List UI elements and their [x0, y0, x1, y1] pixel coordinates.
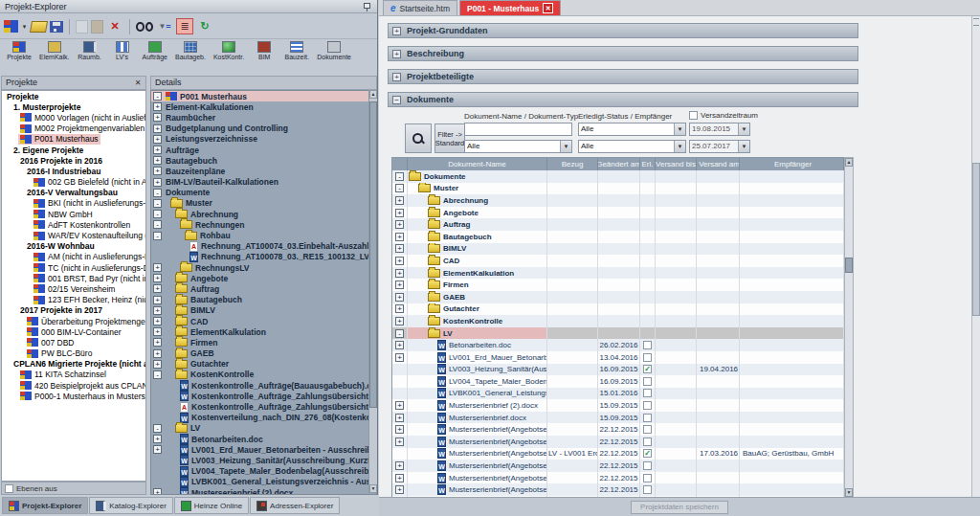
collapse-icon[interactable]: -: [153, 370, 162, 379]
unchecked-checkbox[interactable]: [643, 437, 652, 446]
expand-icon[interactable]: +: [153, 146, 162, 154]
unchecked-checkbox[interactable]: [643, 461, 652, 470]
unchecked-checkbox[interactable]: [643, 414, 652, 422]
unchecked-checkbox[interactable]: [643, 425, 652, 434]
explorer-tab-catalog[interactable]: Katalog-Explorer: [89, 497, 173, 514]
details-tree-item[interactable]: -Dokumente: [151, 188, 376, 198]
expand-icon[interactable]: +: [395, 353, 404, 362]
tree-item[interactable]: 123 EFH Becker, Heinz (nicht in Auslief: [2, 295, 145, 305]
module-button-lv[interactable]: LV's: [106, 40, 139, 60]
table-row[interactable]: +Auftrag: [392, 218, 844, 231]
expand-icon[interactable]: +: [395, 317, 404, 325]
filter-icon[interactable]: [156, 18, 173, 34]
date-to-picker[interactable]: 25.07.2017 ▼: [689, 140, 750, 153]
expand-icon[interactable]: +: [153, 178, 162, 187]
details-tree-item[interactable]: +CAD: [151, 316, 376, 326]
expand-icon[interactable]: +: [153, 488, 162, 495]
expand-icon[interactable]: +: [395, 414, 404, 422]
module-button-room-book[interactable]: Raumb.: [74, 40, 106, 60]
details-tree-item[interactable]: Kostenverteilung_nach_DIN_276_08(Kostenk…: [151, 413, 376, 423]
expand-icon[interactable]: +: [153, 338, 162, 347]
details-tree-item[interactable]: -Muster: [151, 198, 376, 209]
expand-icon[interactable]: +: [153, 167, 162, 175]
expand-icon[interactable]: +: [153, 274, 162, 282]
table-row[interactable]: +LV001_Erd_Mauer_Betonarbeiten13.04.2016: [392, 351, 844, 364]
details-tree-item[interactable]: +Leistungsverzeichnisse: [151, 134, 376, 145]
page-scroll-thumb[interactable]: [972, 163, 980, 316]
save-icon[interactable]: [50, 21, 63, 33]
expand-icon[interactable]: +: [395, 485, 404, 494]
tree-item[interactable]: M000 Vorlagen (nicht in Auslieferungs-DB…: [2, 112, 145, 123]
expand-icon[interactable]: +: [395, 269, 404, 278]
table-row[interactable]: +GAEB: [392, 291, 844, 303]
column-header[interactable]: Versand am: [697, 158, 740, 170]
expand-icon[interactable]: +: [395, 244, 404, 253]
tree-item[interactable]: 2016-W Wohnbau: [2, 241, 145, 252]
details-tree-item[interactable]: +Angebote: [151, 273, 376, 283]
tree-item[interactable]: NBW GmbH: [2, 209, 145, 219]
levels-checkbox[interactable]: [5, 484, 13, 493]
collapse-icon[interactable]: -: [395, 329, 404, 338]
collapse-icon[interactable]: -: [153, 210, 162, 218]
unchecked-checkbox[interactable]: [643, 341, 652, 349]
explorer-tab-projects[interactable]: Projekt-Explorer: [2, 497, 88, 514]
checked-checkbox[interactable]: ✓: [643, 365, 652, 373]
tree-item[interactable]: CPLAN6 Migrierte Projekte (nicht auf Aus…: [2, 359, 145, 370]
module-button-site-diary[interactable]: Bautageb.: [171, 40, 210, 60]
expand-icon[interactable]: +: [153, 284, 162, 293]
details-tree-item[interactable]: -LV: [151, 423, 376, 434]
explorer-tab-heinze[interactable]: Heinze Online: [174, 497, 249, 514]
calendar-dropdown-icon[interactable]: ▼: [738, 123, 749, 135]
expand-icon[interactable]: +: [395, 257, 404, 265]
table-row[interactable]: LV003_Heizung_Sanitär(Ausschrei16.09.201…: [392, 364, 844, 376]
column-header[interactable]: Erl.: [640, 158, 656, 170]
module-button-element-calculation[interactable]: ElemKalk.: [35, 40, 74, 60]
expand-icon[interactable]: +: [153, 327, 162, 336]
collapse-icon[interactable]: -: [153, 92, 162, 101]
details-tree-item[interactable]: LVBK001_General_Leistungsverzeichnis - A…: [151, 477, 376, 487]
table-row[interactable]: +Bautagebuch: [392, 231, 844, 243]
table-scroll-thumb[interactable]: [845, 258, 853, 273]
collapse-icon[interactable]: −: [392, 96, 401, 104]
table-row[interactable]: -LV: [392, 327, 844, 340]
expand-icon[interactable]: +: [153, 306, 162, 315]
expand-icon[interactable]: +: [392, 50, 401, 58]
expand-icon[interactable]: +: [153, 263, 162, 272]
details-tree-item[interactable]: +ElementKalkulation: [151, 326, 376, 337]
scroll-up-icon[interactable]: ▲: [845, 158, 853, 167]
details-tree-item[interactable]: -KostenKontrolle: [151, 370, 376, 380]
tree-item[interactable]: AM (nicht in Auslieferungs-DB): [2, 252, 145, 262]
paste-icon[interactable]: [91, 20, 103, 34]
collapse-icon[interactable]: -: [395, 172, 404, 181]
filter-standard-button[interactable]: Filter -> Standard: [434, 123, 465, 153]
table-row[interactable]: -Dokumente: [392, 170, 844, 183]
close-icon[interactable]: ✕: [133, 79, 143, 88]
unchecked-checkbox[interactable]: [643, 485, 652, 494]
table-row[interactable]: +Musterserienbrief.docx15.09.2015: [392, 412, 844, 424]
details-tree-item[interactable]: +Aufträge: [151, 145, 376, 155]
details-tree-item[interactable]: +GAEB: [151, 348, 376, 359]
tree-item[interactable]: 002 GB Bielefeld (nicht in Auslieferungs…: [2, 177, 145, 188]
table-row[interactable]: +Musterserienbrief(Angebotseinholung22.1…: [392, 483, 844, 496]
table-row[interactable]: -Muster: [392, 183, 844, 195]
tree-item[interactable]: 2017 Projekte in 2017: [2, 305, 145, 316]
expand-icon[interactable]: +: [153, 113, 162, 122]
unchecked-checkbox[interactable]: [643, 401, 652, 410]
table-row[interactable]: +Musterserienbrief(Angebotseinholung22.1…: [392, 460, 844, 472]
new-dropdown-caret-icon[interactable]: ▾: [21, 18, 28, 34]
module-button-cost-control[interactable]: KostKontr.: [210, 40, 248, 60]
expand-icon[interactable]: +: [395, 220, 404, 229]
recipient-dropdown[interactable]: Alle ▼: [578, 140, 686, 153]
section-header-projekt-grunddaten[interactable]: +Projekt-Grunddaten: [388, 23, 858, 38]
document-search-button[interactable]: [405, 123, 432, 153]
document-type-dropdown[interactable]: Alle ▼: [464, 140, 572, 153]
module-button-documents[interactable]: Dokumente: [313, 40, 355, 60]
list-view-icon[interactable]: [176, 18, 193, 34]
expand-icon[interactable]: +: [153, 349, 162, 358]
tree-item[interactable]: 420 Beispielprojekt aus CPLAN: [2, 380, 145, 391]
expand-icon[interactable]: +: [153, 435, 162, 443]
column-header[interactable]: Bezug: [547, 158, 598, 170]
expand-icon[interactable]: +: [395, 196, 404, 205]
module-button-bim[interactable]: BIM: [248, 40, 280, 60]
chevron-down-icon[interactable]: ▼: [674, 141, 685, 152]
